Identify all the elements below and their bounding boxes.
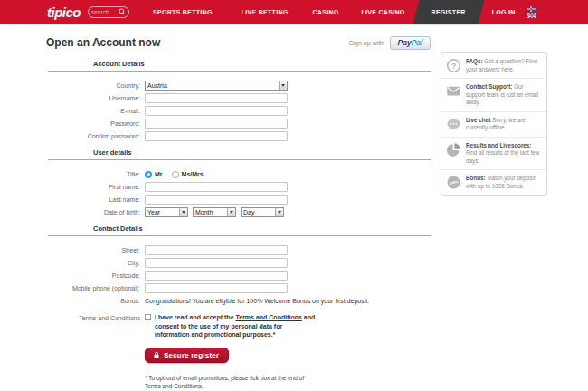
chevron-down-icon[interactable]	[179, 208, 187, 216]
city-field[interactable]	[145, 258, 288, 268]
section-user-details: User details Title: Mr Ms/Mrs First name…	[48, 148, 431, 217]
dob-row: Date of birth: Year Month Day	[48, 207, 431, 217]
first-name-field[interactable]	[145, 182, 288, 192]
city-row: City:	[48, 258, 431, 268]
footnote-line2: Terms and Conditions.	[145, 382, 431, 390]
help-item-results-livescores[interactable]: Results and Livescores: Find all results…	[441, 138, 546, 171]
mobile-phone-field[interactable]	[145, 283, 288, 293]
paypal-logo-pay: Pay	[398, 38, 412, 47]
question-icon: ?	[446, 58, 461, 73]
street-field[interactable]	[145, 245, 288, 255]
postcode-label: Postcode:	[48, 271, 140, 281]
postcode-field[interactable]	[145, 271, 288, 281]
nav-link-live-betting[interactable]: LIVE BETTING	[242, 9, 289, 15]
radio-mr-label: Mr	[155, 171, 163, 177]
help-label: Results and Livescores:	[466, 142, 531, 148]
terms-text-before: I have read and accept the	[155, 314, 235, 320]
section-account-details: Account Details Country: Austria Usernam…	[48, 60, 431, 141]
page-title: Open an Account now	[46, 36, 160, 49]
terms-checkbox[interactable]	[145, 314, 151, 320]
country-select[interactable]: Austria	[145, 81, 288, 91]
terms-conditions-link[interactable]: Terms and Conditions	[235, 314, 301, 320]
mobile-phone-label: Mobile phone (optional):	[48, 283, 140, 293]
help-item-contact-support[interactable]: Contact Support: Our support team is jus…	[441, 79, 546, 112]
dob-day-select[interactable]: Day	[241, 207, 284, 217]
nav-link-login[interactable]: LOG IN	[492, 9, 516, 15]
section-divider	[48, 71, 431, 72]
help-item-bonus[interactable]: 100% Bonus: Match your deposit with up t…	[441, 170, 546, 195]
nav-link-live-casino[interactable]: LIVE CASINO	[362, 9, 405, 15]
section-contact-details: Contact Details Street: City: Postcode: …	[48, 224, 431, 306]
help-item-faqs[interactable]: ? FAQs: Got a question? Find your answer…	[441, 53, 546, 79]
radio-mr[interactable]	[145, 171, 152, 178]
last-name-row: Last name:	[48, 195, 431, 205]
nav-link-casino[interactable]: CASINO	[312, 9, 338, 15]
terms-text: I have read and accept the Terms and Con…	[155, 313, 316, 339]
email-row: E-mail:	[48, 106, 431, 116]
bonus-label: Bonus:	[48, 296, 140, 306]
bonus-message: Congratulations! You are eligible for 10…	[145, 296, 369, 306]
bonus-badge-icon: 100%	[446, 175, 461, 190]
username-field[interactable]	[145, 93, 288, 103]
help-label: FAQs:	[466, 58, 483, 64]
confirm-password-label: Confirm password:	[48, 131, 140, 141]
title-options: Mr Ms/Mrs	[145, 169, 213, 179]
page-content: Open an Account now Sign up with PayPal …	[0, 35, 588, 390]
dob-label: Date of birth:	[48, 207, 140, 217]
help-sidebar: ? FAQs: Got a question? Find your answer…	[441, 52, 547, 196]
top-navbar: tipico SPORTS BETTING LIVE BETTING CASIN…	[0, 0, 588, 24]
section-terms: Terms and Conditions I have read and acc…	[48, 313, 431, 390]
terms-conditions-row: Terms and Conditions I have read and acc…	[48, 313, 431, 339]
password-field[interactable]	[145, 119, 288, 129]
street-label: Street:	[48, 245, 140, 255]
page-header: Open an Account now Sign up with PayPal	[38, 35, 431, 50]
search-input[interactable]	[91, 9, 115, 15]
tipico-logo[interactable]: tipico	[47, 5, 81, 20]
dob-year-select[interactable]: Year	[145, 207, 188, 217]
signup-with-label: Sign up with	[349, 40, 384, 46]
username-label: Username:	[48, 93, 140, 103]
footnote-line1: * To opt-out of email promotions, please…	[145, 374, 431, 382]
help-item-live-chat[interactable]: Live chat Sorry, we are currently offlin…	[441, 112, 546, 138]
last-name-label: Last name:	[48, 195, 140, 205]
help-label: Contact Support:	[466, 83, 512, 90]
email-label: E-mail:	[48, 106, 140, 116]
radio-msmrs[interactable]	[172, 171, 179, 178]
paypal-signup: Sign up with PayPal	[349, 36, 431, 50]
password-row: Password:	[48, 119, 431, 129]
search-icon[interactable]	[119, 8, 126, 15]
nav-tab-register[interactable]: REGISTER	[416, 0, 481, 24]
language-switcher[interactable]	[527, 6, 536, 18]
confirm-password-row: Confirm password:	[48, 131, 431, 141]
postcode-row: Postcode:	[48, 271, 431, 281]
contact-details-heading: Contact Details	[93, 224, 431, 233]
help-label: Bonus:	[466, 175, 486, 181]
flag-icon-top[interactable]	[527, 6, 536, 12]
svg-text:?: ?	[451, 62, 457, 71]
piechart-icon	[446, 142, 461, 157]
chevron-down-icon[interactable]	[279, 81, 287, 90]
mail-icon	[446, 83, 461, 99]
search-box[interactable]	[88, 6, 129, 18]
title-row: Title: Mr Ms/Mrs	[48, 169, 431, 179]
confirm-password-field[interactable]	[145, 131, 288, 141]
last-name-field[interactable]	[145, 195, 288, 205]
city-label: City:	[48, 258, 140, 268]
country-row: Country: Austria	[48, 81, 431, 91]
chevron-down-icon[interactable]	[275, 208, 283, 216]
nav-link-sports-betting[interactable]: SPORTS BETTING	[153, 9, 213, 15]
secure-register-button[interactable]: Secure register	[145, 348, 229, 363]
chevron-down-icon[interactable]	[227, 208, 235, 216]
street-row: Street:	[48, 245, 431, 255]
username-row: Username:	[48, 93, 431, 103]
paypal-button[interactable]: PayPal	[390, 36, 431, 50]
section-divider	[48, 159, 431, 160]
help-label: Live chat	[466, 117, 490, 123]
terms-label: Terms and Conditions	[48, 313, 140, 323]
paypal-logo-pal: Pal	[412, 38, 423, 47]
flag-icon-uk[interactable]	[527, 13, 536, 18]
first-name-label: First name:	[48, 182, 140, 192]
email-field[interactable]	[145, 106, 288, 116]
mobile-phone-row: Mobile phone (optional):	[48, 283, 431, 293]
dob-month-select[interactable]: Month	[193, 207, 236, 217]
